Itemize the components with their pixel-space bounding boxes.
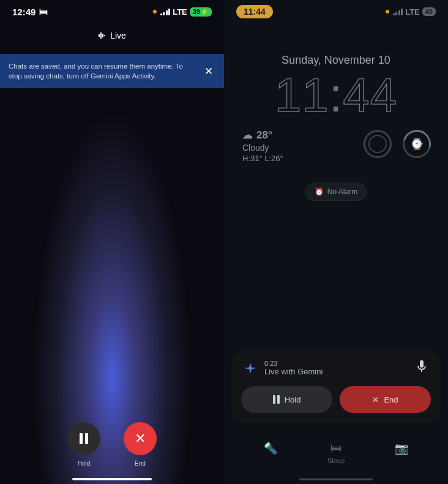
flashlight-button[interactable]: 🔦 [264,442,277,464]
svg-rect-3 [104,35,105,36]
banner-text: Chats are saved, and you can resume them… [9,61,196,81]
gemini-end-label: End [384,395,398,404]
sleep-mode-button[interactable]: 🛏 Sleep [327,442,345,464]
svg-rect-2 [102,34,103,37]
network-label: LTE [405,7,420,17]
status-time-pill: 11:44 [236,5,273,18]
alarm-indicator[interactable]: ⏰ No Alarm [305,183,367,201]
weather-condition: Cloudy [242,143,283,153]
gemini-live-activity[interactable]: 0:23 Live with Gemini Hold ✕ End [231,350,441,423]
status-bar-left: 12:49 🛏 LTE 39⚡ [0,0,224,23]
lock-date: Sunday, November 10 [224,54,448,67]
cloud-icon: ☁ [242,129,253,142]
close-icon: ✕ [135,431,146,447]
signal-icon [393,9,403,15]
waveform-icon [98,31,106,40]
hold-label: Hold [78,460,91,467]
lock-dock: 🔦 🛏 Sleep 📷 [224,442,448,464]
mic-icon[interactable] [416,360,431,376]
weather-temp: 28° [256,129,272,142]
battery-indicator: 39⚡ [190,7,212,17]
alarm-icon: ⏰ [315,187,324,196]
status-bar-right: 11:44 LTE 49 [224,0,448,23]
pause-icon [80,433,88,444]
end-button[interactable]: ✕ End [124,422,157,467]
camera-icon: 📷 [395,442,408,455]
signal-icon [160,9,171,15]
lock-time: 11:44 [224,67,448,123]
gemini-end-button[interactable]: ✕ End [340,386,431,413]
mic-indicator-dot [153,10,157,13]
status-time: 12:49 [12,7,35,17]
watch-battery-widget[interactable]: ⌚ [398,125,436,164]
activity-ring-widget[interactable] [364,130,392,158]
pause-icon [273,395,280,404]
banner-close-button[interactable]: ✕ [202,62,215,80]
end-label: End [135,460,146,467]
battery-indicator: 49 [422,7,436,16]
home-indicator[interactable] [299,478,373,480]
sleep-label: Sleep [327,457,345,464]
home-indicator[interactable] [72,478,152,480]
bed-icon: 🛏 [330,442,342,455]
info-banner: Chats are saved, and you can resume them… [0,54,224,88]
sleep-mode-icon: 🛏 [39,7,48,17]
camera-button[interactable]: 📷 [395,442,408,464]
status-indicators: LTE 49 [386,7,436,17]
gemini-duration: 0:23 [264,360,409,367]
gemini-hold-button[interactable]: Hold [241,386,332,413]
gemini-live-screen: 12:49 🛏 LTE 39⚡ Live Chats are saved, an… [0,0,224,484]
gemini-title: Live with Gemini [264,367,409,376]
live-label: Live [110,31,126,40]
weather-widget[interactable]: ☁ 28° Cloudy H:31° L:26° [242,129,283,163]
weather-high-low: H:31° L:26° [242,154,283,163]
svg-rect-1 [100,32,102,39]
mic-indicator-dot [386,10,389,13]
call-controls: Hold ✕ End [0,422,224,467]
flashlight-icon: 🔦 [264,442,277,455]
close-icon: ✕ [372,395,379,404]
lock-screen: 11:44 LTE 49 Sunday, November 10 11:44 ☁… [224,0,448,484]
gemini-icon [244,361,257,375]
alarm-label: No Alarm [327,187,357,196]
live-header: Live [0,31,224,40]
svg-rect-0 [99,34,100,37]
svg-rect-4 [420,360,424,368]
hold-button[interactable]: Hold [67,422,100,467]
status-indicators: LTE 39⚡ [153,7,212,17]
network-label: LTE [173,7,187,17]
gemini-hold-label: Hold [285,395,301,404]
watch-icon: ⌚ [410,137,424,151]
lock-widgets: ⌚ [364,130,431,158]
